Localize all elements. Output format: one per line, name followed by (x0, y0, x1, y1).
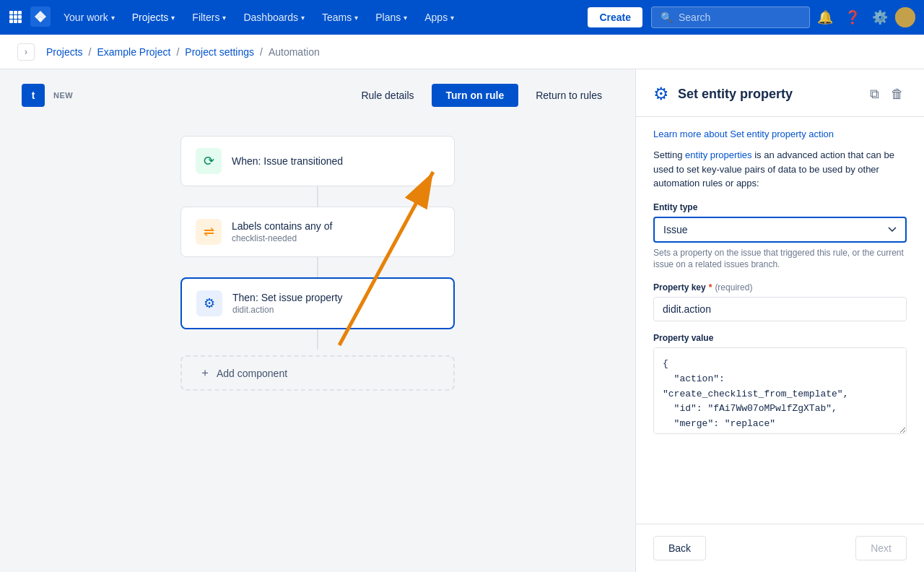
property-key-label: Property key * (required) (653, 282, 907, 292)
filters-caret: ▾ (222, 14, 226, 22)
entity-properties-link[interactable]: entity properties (685, 150, 752, 160)
svg-rect-1 (14, 11, 17, 14)
svg-rect-3 (9, 15, 13, 19)
breadcrumb-example-project[interactable]: Example Project (97, 46, 170, 58)
rule-badge: NEW (53, 91, 73, 100)
return-to-rules-button[interactable]: Return to rules (524, 84, 614, 107)
panel-delete-button[interactable]: 🗑 (888, 84, 907, 105)
property-value-label: Property value (653, 333, 907, 343)
trigger-node[interactable]: ⟳ When: Issue transitioned (180, 136, 455, 186)
top-nav: Your work ▾ Projects ▾ Filters ▾ Dashboa… (0, 0, 924, 35)
condition-sub: checklist-needed (232, 233, 440, 243)
action-icon: ⚙ (196, 290, 222, 316)
svg-rect-4 (14, 15, 17, 19)
create-button[interactable]: Create (588, 7, 642, 27)
entity-type-select[interactable]: Issue Project User (653, 217, 907, 243)
back-button[interactable]: Back (653, 536, 706, 560)
apps-caret: ▾ (450, 14, 454, 22)
rule-status: t NEW (22, 84, 73, 107)
panel-copy-button[interactable]: ⧉ (867, 84, 882, 105)
next-button: Next (855, 536, 907, 560)
dashboards-caret: ▾ (301, 14, 305, 22)
your-work-caret: ▾ (111, 14, 115, 22)
connector-3 (317, 329, 318, 350)
breadcrumb-projects[interactable]: Projects (46, 46, 83, 58)
canvas-area: t NEW Rule details Turn on rule Return t… (0, 69, 635, 572)
avatar[interactable] (895, 7, 915, 27)
search-icon: 🔍 (661, 12, 673, 23)
breadcrumb-project-settings[interactable]: Project settings (185, 46, 254, 58)
main-area: t NEW Rule details Turn on rule Return t… (0, 69, 924, 572)
help-button[interactable]: ❓ (840, 5, 865, 30)
panel-title: Set entity property (678, 87, 793, 102)
breadcrumb-automation: Automation (269, 46, 320, 58)
right-panel: ⚙ Set entity property ⧉ 🗑 Learn more abo… (635, 69, 924, 572)
breadcrumb-bar: › Projects / Example Project / Project s… (0, 35, 924, 69)
trigger-title: When: Issue transitioned (232, 155, 440, 167)
projects-caret: ▾ (171, 14, 175, 22)
learn-more-link[interactable]: Learn more about Set entity property act… (653, 129, 907, 139)
trash-icon: 🗑 (891, 87, 904, 101)
nav-filters[interactable]: Filters ▾ (185, 7, 233, 27)
sidebar-toggle[interactable]: › (17, 43, 35, 61)
action-sub: didit.action (232, 305, 439, 315)
panel-gear-icon: ⚙ (653, 84, 669, 104)
action-node[interactable]: ⚙ Then: Set issue property didit.action (180, 277, 455, 329)
nav-dashboards[interactable]: Dashboards ▾ (236, 7, 312, 27)
svg-rect-6 (9, 20, 13, 23)
condition-node[interactable]: ⇌ Labels contains any of checklist-neede… (180, 207, 455, 257)
action-title: Then: Set issue property (232, 292, 439, 303)
rule-details-button[interactable]: Rule details (349, 84, 425, 107)
connector-2 (317, 257, 318, 277)
plans-caret: ▾ (404, 14, 407, 22)
condition-icon: ⇌ (196, 219, 222, 245)
connector-1 (317, 186, 318, 207)
svg-rect-5 (18, 15, 22, 19)
nav-your-work[interactable]: Your work ▾ (56, 7, 122, 27)
svg-rect-0 (9, 11, 13, 14)
nav-teams[interactable]: Teams ▾ (315, 7, 365, 27)
turn-on-rule-button[interactable]: Turn on rule (432, 84, 519, 107)
canvas-wrapper: ⟳ When: Issue transitioned ⇌ Labels cont… (22, 121, 614, 558)
rule-icon: t (22, 84, 45, 107)
jira-logo[interactable] (30, 6, 51, 29)
nav-plans[interactable]: Plans ▾ (368, 7, 414, 27)
search-box[interactable]: 🔍 Search (651, 6, 810, 28)
panel-description: Setting entity properties is an advanced… (653, 148, 907, 191)
svg-rect-7 (14, 20, 17, 23)
breadcrumb: Projects / Example Project / Project set… (46, 46, 320, 58)
settings-button[interactable]: ⚙️ (868, 5, 892, 30)
grid-icon[interactable] (9, 10, 22, 25)
copy-icon: ⧉ (870, 87, 879, 101)
property-value-textarea[interactable] (653, 347, 907, 434)
svg-rect-2 (18, 11, 22, 14)
teams-caret: ▾ (354, 14, 358, 22)
notifications-button[interactable]: 🔔 (813, 5, 837, 30)
condition-title: Labels contains any of (232, 220, 440, 232)
rule-header: t NEW Rule details Turn on rule Return t… (22, 84, 614, 107)
flow-canvas: ⟳ When: Issue transitioned ⇌ Labels cont… (22, 121, 614, 391)
trigger-icon: ⟳ (196, 148, 222, 174)
entity-type-label: Entity type (653, 202, 907, 212)
entity-type-hint: Sets a property on the issue that trigge… (653, 247, 907, 272)
property-key-input[interactable] (653, 297, 907, 321)
panel-footer: Back Next (636, 524, 924, 572)
nav-projects[interactable]: Projects ▾ (125, 7, 183, 27)
required-marker: * (709, 282, 712, 292)
panel-header: ⚙ Set entity property ⧉ 🗑 (636, 69, 924, 117)
panel-body: Learn more about Set entity property act… (636, 117, 924, 524)
nav-apps[interactable]: Apps ▾ (417, 7, 461, 27)
plus-icon: ＋ (199, 365, 211, 381)
rule-actions: Rule details Turn on rule Return to rule… (349, 84, 614, 107)
svg-rect-8 (18, 20, 22, 23)
add-component-button[interactable]: ＋ Add component (180, 355, 455, 391)
